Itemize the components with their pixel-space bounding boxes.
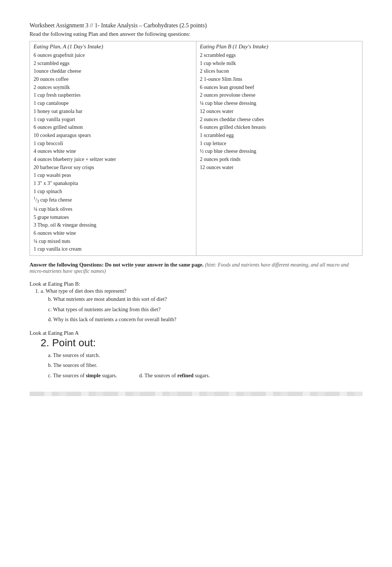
q1a: a. What type of diet does this represent… [41,288,362,294]
plan-a-item-16: 1 cup wasabi peas [34,171,192,179]
plan-a-item-22: 3 Tbsp. oil & vinegar dressing [34,221,192,229]
bottom-decorative-bar [30,392,362,396]
plan-b-item-15: 12 ounces water [200,164,359,172]
plan-a-item-12: 1 cup broccoli [34,140,192,148]
plan-a-item-14: 4 ounces blueberry juice + seltzer water [34,155,192,164]
plan-b-item-11: 1 scrambled egg [200,131,359,140]
point-out-list: a. The sources of starch. b. The sources… [48,350,362,371]
plan-a-item-5: 2 ounces soymilk [34,83,192,92]
worksheet-title: Worksheet Assignment 3 // 1- Intake Anal… [30,22,362,29]
plan-b-item-12: 1 cup lettuce [200,140,359,148]
answer-section: Answer the following Questions: Do not w… [30,262,362,274]
q1b: b. What nutrients are most abundant in t… [48,294,362,305]
plan-a-item-4: 20 ounces coffee [34,75,192,83]
plan-a-header: Eating Plan, A (1 Day's Intake) [34,44,192,50]
point-out-c: c. The sources of simple sugars. [48,371,117,381]
q1d: d. Why is this lack of nutrients a conce… [48,315,362,325]
plan-a-item-8: 1 honey oat granola bar [34,107,192,116]
plan-a-item-21: 5 grape tomatoes [34,213,192,221]
plan-b-item-2: 1 cup whole milk [200,59,359,68]
plan-a-item-17: 1 3" x 3" spanakopita [34,179,192,188]
plan-b-item-1: 2 scrambled eggs [200,51,359,59]
plan-b-item-5: 6 ounces lean ground beef [200,83,359,92]
plan-b-item-6: 2 ounces provolone cheese [200,91,359,99]
intro-text: Read the following eating Plan and then … [30,31,362,37]
plan-b-column: Eating Plan B (1 Day's Intake) 2 scrambl… [196,41,362,255]
plan-a-item-2: 2 scrambled eggs [34,59,192,68]
plan-b-item-9: 2 ounces cheddar cheese cubes [200,116,359,124]
q1c: c. What types of nutrients are lacking f… [48,305,362,315]
point-out-header: 2. Point out: [41,337,362,349]
point-out-cd-row: c. The sources of simple sugars. d. The … [48,371,362,381]
plan-a-item-10: 6 ounces grilled salmon [34,123,192,131]
plan-b-item-14: 2 ounces pork rinds [200,155,359,164]
plan-a-item-25: 1 cup vanilla ice cream [34,245,192,253]
plan-b-item-13: ½ cup blue cheese dressing [200,147,359,155]
plan-a-item-1: 6 ounces grapefruit juice [34,51,192,59]
plan-a-item-23: 6 ounces white wine [34,229,192,237]
plan-a-column: Eating Plan, A (1 Day's Intake) 6 ounces… [30,41,196,255]
plan-b-header: Eating Plan B (1 Day's Intake) [200,44,359,50]
plan-b-item-4: 2 1-ounce Slim Jims [200,75,359,83]
plan-b-item-8: 12 ounces water [200,107,359,116]
plan-a-item-19: 1/3 cup feta cheese [34,195,192,205]
plan-a-item-18: 1 cup spinach [34,188,192,196]
look-at-a-label: Look at Eating Plan A [30,330,362,336]
answer-header: Answer the following Questions: Do not w… [30,262,204,268]
point-out-d: d. The sources of refined sugars. [139,371,210,381]
plan-a-item-3: 1ounce cheddar cheese [34,67,192,75]
plan-a-item-7: 1 cup cantaloupe [34,99,192,107]
plan-a-item-9: 1 cup vanilla yogurt [34,116,192,124]
question-1: a. What type of diet does this represent… [41,288,362,325]
point-out-a: a. The sources of starch. [48,350,362,361]
point-out-b: b. The sources of fiber. [48,360,362,371]
plan-a-item-11: 10 cooked asparagus spears [34,131,192,140]
plan-a-item-24: ¼ cup mixed nuts [34,237,192,245]
plan-a-item-20: ¼ cup black olives [34,205,192,213]
refined-bold: refined [177,372,193,378]
plan-a-item-15: 20 barbecue flavor soy crisps [34,164,192,172]
simple-bold: simple [86,372,100,378]
eating-plans-table: Eating Plan, A (1 Day's Intake) 6 ounces… [30,41,362,256]
question-section: Look at Eating Plan B: a. What type of d… [30,281,362,381]
plan-a-item-6: 1 cup fresh raspberries [34,91,192,99]
plan-b-item-10: 6 ounces grilled chicken breasts [200,123,359,131]
plan-b-item-7: ¼ cup blue cheese dressing [200,99,359,107]
plan-b-item-3: 2 slices bacon [200,67,359,75]
look-at-b-label: Look at Eating Plan B: [30,281,362,287]
plan-a-item-13: 4 ounces white wine [34,147,192,155]
